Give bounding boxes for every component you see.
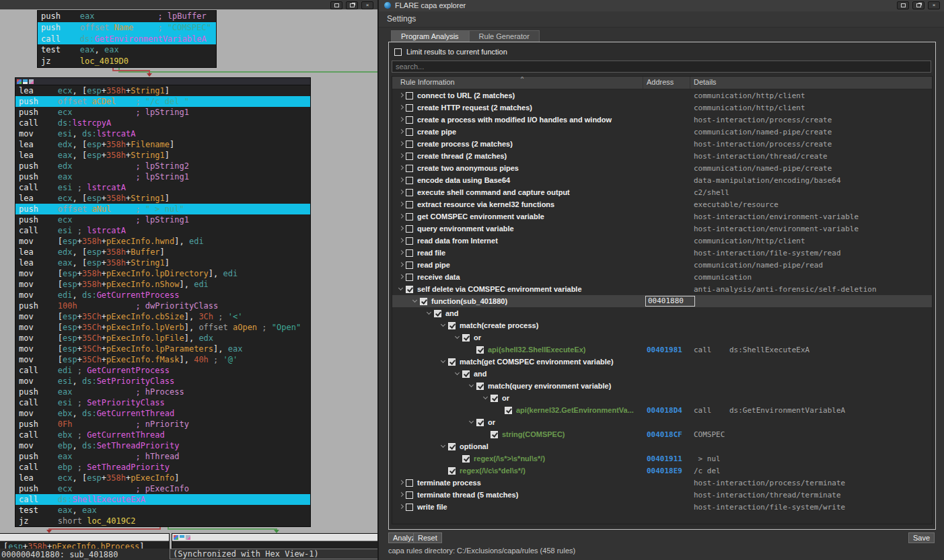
expand-icon[interactable] <box>398 128 404 135</box>
rule-row[interactable]: or <box>392 392 932 404</box>
disasm-line[interactable]: mov [esp+358h+pExecInfo.lpDirectory], ed… <box>15 268 310 279</box>
disasm-line[interactable]: call esi ; SetPriorityClass <box>15 397 310 408</box>
rule-row[interactable]: terminate thread (5 matches)host-interac… <box>392 489 932 501</box>
collapse-icon[interactable] <box>440 358 447 365</box>
rule-checkbox[interactable] <box>406 141 413 148</box>
rule-checkbox[interactable] <box>406 189 413 196</box>
reset-button[interactable]: Reset <box>413 532 442 543</box>
basic-block-getenv[interactable]: push eax ; lpBufferpush offset Name ; "C… <box>37 10 217 68</box>
save-button[interactable]: Save <box>908 532 935 543</box>
collapse-icon[interactable] <box>440 443 447 450</box>
rule-row[interactable]: or <box>392 331 932 344</box>
restore-icon[interactable] <box>912 1 924 9</box>
close-icon[interactable]: × <box>928 1 940 9</box>
rule-checkbox[interactable] <box>505 407 512 414</box>
disasm-line[interactable]: push offset aNul ; " > nul" <box>15 204 310 214</box>
rule-row[interactable]: terminate processhost-interaction/proces… <box>392 477 932 489</box>
rule-row[interactable]: function(sub_401880)00401880 <box>392 295 932 307</box>
disasm-line[interactable]: push eax ; hThread <box>15 451 310 462</box>
collapse-icon[interactable] <box>468 383 475 389</box>
limit-checkbox-row[interactable]: Limit results to current function <box>394 48 507 56</box>
disasm-line[interactable]: lea ecx, [esp+358h+pExecInfo] <box>15 473 310 483</box>
collapse-icon[interactable] <box>454 370 461 377</box>
expand-icon[interactable] <box>398 491 404 498</box>
rule-checkbox[interactable] <box>448 467 456 475</box>
rule-checkbox[interactable] <box>406 286 413 293</box>
rule-checkbox[interactable] <box>462 334 470 342</box>
disasm-line[interactable]: lea ecx, [esp+358h+String1] <box>15 85 310 96</box>
disasm-line[interactable]: mov esi, ds:SetPriorityClass <box>15 376 310 387</box>
rule-checkbox[interactable] <box>406 116 413 124</box>
limit-checkbox[interactable] <box>394 48 402 56</box>
rule-row[interactable]: create a process with modified I/O handl… <box>392 114 932 126</box>
rule-checkbox[interactable] <box>406 128 413 136</box>
rule-checkbox[interactable] <box>406 274 413 281</box>
disasm-line[interactable]: push offset aCDel ; "/c del " <box>15 96 310 107</box>
disasm-line[interactable]: call ds:GetEnvironmentVariableA <box>38 34 216 45</box>
disasm-line[interactable]: call ebx ; GetCurrentThread <box>15 430 310 440</box>
expand-icon[interactable] <box>398 165 404 171</box>
block-titlebar[interactable] <box>172 534 379 541</box>
column-rule-information[interactable]: Rule Information <box>400 78 455 86</box>
rule-row[interactable]: and <box>392 368 932 380</box>
rule-row[interactable]: or <box>392 416 932 428</box>
rule-checkbox[interactable] <box>406 177 413 184</box>
rule-checkbox[interactable] <box>491 395 498 402</box>
block-titlebar[interactable] <box>0 534 169 541</box>
disasm-line[interactable]: mov [esp+358h+pExecInfo.nShow], edi <box>15 279 310 290</box>
collapse-icon[interactable] <box>454 334 461 341</box>
rule-row[interactable]: read data from Internetcommunication/htt… <box>392 235 932 247</box>
rule-row[interactable]: get COMSPEC environment variablehost-int… <box>392 210 932 223</box>
column-details[interactable]: Details <box>694 78 717 86</box>
disasm-line[interactable]: mov ebp, ds:SetThreadPriority <box>15 440 310 451</box>
rule-row[interactable]: read pipecommunication/named-pipe/read <box>392 259 932 271</box>
basic-block-bottom-right[interactable] <box>172 533 380 550</box>
disasm-line[interactable]: lea edx, [esp+358h+Filename] <box>15 139 310 150</box>
disasm-line[interactable]: mov esi, ds:lstrcatA <box>15 128 310 139</box>
rule-checkbox[interactable] <box>406 201 413 208</box>
rule-row[interactable]: create process (2 matches)host-interacti… <box>392 138 932 150</box>
disasm-line[interactable]: push eax ; lpBuffer <box>38 11 216 22</box>
collapse-icon[interactable] <box>468 419 475 426</box>
disasm-line[interactable]: call esi ; lstrcatA <box>15 225 310 236</box>
disasm-line[interactable]: push edx ; lpString2 <box>15 161 310 171</box>
rule-checkbox[interactable] <box>406 237 413 245</box>
disasm-line[interactable]: call ebp ; SetThreadPriority <box>15 462 310 473</box>
disasm-line[interactable]: mov edi, ds:GetCurrentProcess <box>15 290 310 301</box>
rule-row[interactable]: optional <box>392 440 932 452</box>
rule-checkbox[interactable] <box>491 431 498 438</box>
expand-icon[interactable] <box>398 504 404 510</box>
expand-icon[interactable] <box>398 262 404 268</box>
disasm-line[interactable]: mov [esp+35Ch+pExecInfo.lpVerb], offset … <box>15 322 310 333</box>
rule-checkbox[interactable] <box>448 322 456 329</box>
rule-checkbox[interactable] <box>462 455 470 463</box>
rule-checkbox[interactable] <box>406 104 413 112</box>
disasm-line[interactable]: test eax, eax <box>38 44 216 56</box>
disasm-line[interactable]: mov [esp+35Ch+pExecInfo.cbSize], 3Ch ; '… <box>15 311 310 322</box>
rule-checkbox[interactable] <box>448 358 456 366</box>
collapse-icon[interactable] <box>426 310 433 317</box>
tab-program-analysis[interactable]: Program Analysis <box>391 30 469 42</box>
rule-row[interactable]: match(query environment variable) <box>392 380 932 392</box>
disasm-line[interactable]: call ds:ShellExecuteExA <box>15 494 310 505</box>
rule-checkbox[interactable] <box>406 92 413 99</box>
rule-row[interactable]: write filehost-interaction/file-system/w… <box>392 501 932 513</box>
rule-checkbox[interactable] <box>462 370 470 378</box>
capa-titlebar[interactable]: FLARE capa explorer × <box>379 0 944 12</box>
disasm-line[interactable]: push ecx ; lpString1 <box>15 107 310 118</box>
expand-icon[interactable] <box>398 141 404 147</box>
rule-row[interactable]: query environment variablehost-interacti… <box>392 223 932 235</box>
rule-checkbox[interactable] <box>406 165 413 172</box>
rule-checkbox[interactable] <box>476 419 484 426</box>
disasm-line[interactable]: push eax ; hProcess <box>15 387 310 397</box>
column-address[interactable]: Address <box>647 78 674 86</box>
disasm-line[interactable]: call edi ; GetCurrentProcess <box>15 365 310 376</box>
disasm-line[interactable]: lea edx, [esp+358h+Buffer] <box>15 247 310 257</box>
rule-row[interactable]: regex(/\s*>\s*nul\s*/)00401911 > nul <box>392 452 932 465</box>
disasm-line[interactable]: push eax ; lpString1 <box>15 171 310 182</box>
disasm-line[interactable]: mov ebx, ds:GetCurrentThread <box>15 408 310 419</box>
rule-row[interactable]: self delete via COMSPEC environment vari… <box>392 283 932 295</box>
disasm-line[interactable]: push ecx ; lpString1 <box>15 214 310 225</box>
rule-checkbox[interactable] <box>406 153 413 160</box>
expand-icon[interactable] <box>398 189 404 196</box>
